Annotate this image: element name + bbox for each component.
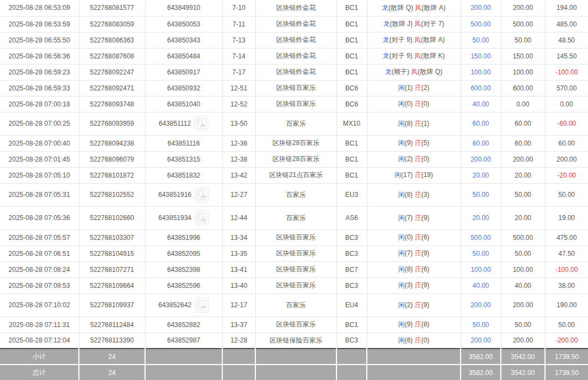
result-blue-detail: (0)	[405, 233, 413, 241]
cell-result: 闲(9) 庄(5)	[367, 135, 461, 151]
cell-round-no: 643851315	[145, 151, 222, 167]
result-red-detail: (8)	[421, 320, 430, 328]
valid-bet-link[interactable]: 50.00	[472, 36, 489, 44]
valid-bet-link[interactable]: 200.00	[471, 4, 491, 12]
cell-result: 闲(2) 庄(0)	[367, 151, 461, 167]
total-valid-bet: 3582.00	[461, 365, 501, 380]
round-number: 643852095	[167, 250, 200, 258]
cell-game-name: 区块链百家乐	[255, 80, 336, 96]
cell-game-name: 区块链21点百家乐	[255, 167, 336, 183]
valid-bet-link[interactable]: 60.00	[472, 120, 489, 127]
table-row: 2025-08-28 07:05:36522768102660643851934…	[0, 206, 588, 229]
result-blue-detail: (散牌 J)	[390, 20, 413, 28]
result-blue-detail: (3)	[405, 281, 413, 289]
cell-game-name: 区块链28百家乐	[255, 135, 336, 151]
valid-bet-link[interactable]: 150.00	[471, 52, 491, 60]
cell-order-no: 522768081577	[79, 0, 145, 16]
round-number: 643851916	[158, 191, 191, 199]
cell-bet-time: 2025-08-28 07:00:18	[0, 96, 79, 112]
result-red-label: 庄	[415, 100, 421, 108]
cell-table-code: BC3	[336, 245, 367, 261]
valid-bet-link[interactable]: 20.00	[472, 172, 489, 179]
cell-round-no: 643852095	[145, 245, 222, 261]
valid-bet-link[interactable]: 40.00	[472, 282, 489, 290]
cell-bet-time: 2025-08-28 06:59:33	[0, 80, 79, 96]
valid-bet-link[interactable]: 100.00	[471, 266, 491, 274]
result-red-label: 庄	[415, 139, 421, 147]
cell-bet-time: 2025-08-28 07:01:45	[0, 151, 79, 167]
cell-result: 龙(散牌 J) 凤(对子 7)	[367, 16, 461, 32]
round-number: 643851315	[167, 156, 200, 163]
cell-order-no: 522768109664	[79, 277, 145, 293]
result-red-detail: (6)	[421, 265, 430, 273]
valid-bet-link[interactable]: 500.00	[471, 234, 491, 242]
result-red-detail: (1)	[421, 120, 430, 127]
result-red-detail: (散牌 K)	[421, 52, 445, 60]
cell-table-code: BC6	[336, 80, 367, 96]
valid-bet-link[interactable]: 200.00	[471, 301, 491, 309]
table-row: 2025-08-28 07:09:53522768109664643852596…	[0, 277, 588, 293]
subtotal-empty-cell	[367, 349, 461, 365]
cell-table-code: BC1	[336, 64, 367, 80]
valid-bet-link[interactable]: 500.00	[471, 20, 491, 28]
cell-round-no: 643852642	[145, 293, 222, 317]
result-red-label: 庄	[415, 171, 421, 179]
cell-win-loss: 60.00	[545, 135, 588, 151]
round-number: 643849910	[167, 4, 200, 12]
valid-bet-link[interactable]: 50.00	[472, 321, 489, 329]
result-blue-detail: (对子 9)	[389, 52, 413, 60]
round-number: 643852987	[167, 336, 200, 344]
round-number: 643852596	[167, 282, 200, 290]
round-number: 643851112	[159, 120, 191, 127]
cell-round-no: 643852987	[145, 333, 222, 349]
subtotal-row: 小计 24 3582.00 3542.00 1739.50	[0, 349, 588, 365]
result-red-detail: (19)	[421, 171, 433, 179]
valid-bet-link[interactable]: 20.00	[472, 214, 489, 222]
result-red-label: 庄	[415, 84, 421, 92]
result-red-label: 庄	[415, 233, 421, 241]
subtotal-label: 小计	[0, 349, 79, 365]
result-red-label: 庄	[415, 155, 421, 163]
cell-bet-amount: 200.00	[501, 293, 545, 317]
result-red-label: 凤	[414, 52, 421, 60]
round-number: 643851832	[167, 172, 200, 179]
valid-bet-link[interactable]: 200.00	[471, 336, 491, 344]
result-red-detail: (对子 7)	[421, 20, 444, 28]
card-result-button[interactable]	[195, 187, 209, 202]
cell-bet-time: 2025-08-28 07:05:10	[0, 167, 79, 183]
cell-bet-time: 2025-08-28 07:05:31	[0, 183, 79, 206]
cell-bet-amount: 60.00	[501, 112, 545, 135]
cell-game-name: 百家乐	[255, 183, 336, 206]
result-red-detail: (6)	[421, 233, 430, 241]
cell-table-seat: 13-50	[222, 112, 255, 135]
records-body: 2025-08-28 06:53:09522768081577643849910…	[0, 0, 588, 349]
valid-bet-link[interactable]: 50.00	[472, 250, 489, 258]
table-row: 2025-08-28 07:11:31522768112484643852882…	[0, 317, 588, 333]
cell-game-name: 区块链百家乐	[255, 96, 336, 112]
cell-valid-bet: 40.00	[461, 96, 501, 112]
result-blue-detail: (对子 9)	[389, 36, 413, 44]
valid-bet-link[interactable]: 600.00	[471, 84, 491, 92]
cell-valid-bet: 200.00	[461, 333, 501, 349]
card-result-button[interactable]	[194, 116, 209, 131]
subtotal-win-loss: 1739.50	[545, 349, 588, 365]
card-result-button[interactable]	[195, 210, 209, 226]
cell-round-no: 643851996	[145, 229, 222, 245]
cell-bet-amount: 20.00	[501, 167, 545, 183]
valid-bet-link[interactable]: 60.00	[472, 140, 489, 147]
cell-valid-bet: 500.00	[461, 229, 501, 245]
cell-result: 龙(顺子) 凤(散牌 Q)	[367, 64, 461, 80]
cell-valid-bet: 60.00	[461, 112, 501, 135]
cell-order-no: 522768092471	[79, 80, 145, 96]
cell-win-loss: 50.00	[545, 317, 588, 333]
round-number: 643850932	[167, 84, 200, 92]
valid-bet-link[interactable]: 40.00	[472, 100, 489, 108]
valid-bet-link[interactable]: 200.00	[471, 156, 491, 163]
card-result-button[interactable]	[195, 297, 209, 313]
valid-bet-link[interactable]: 100.00	[471, 68, 491, 76]
cell-win-loss: 0.00	[545, 96, 588, 112]
result-blue-label: 闲	[394, 171, 401, 179]
cell-table-code: BC3	[336, 229, 367, 245]
cell-round-no: 643852596	[145, 277, 222, 293]
valid-bet-link[interactable]: 50.00	[472, 191, 489, 199]
